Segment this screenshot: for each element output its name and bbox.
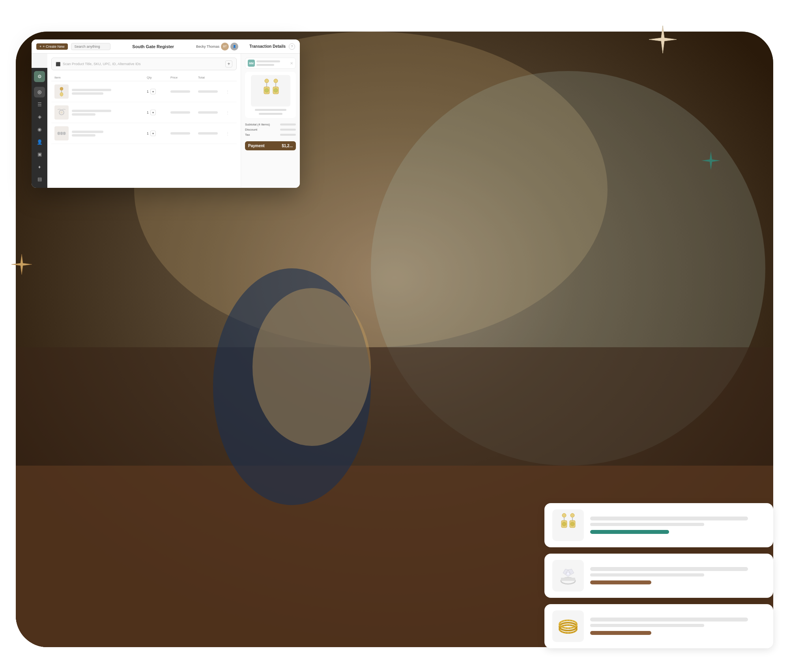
qty-down-1[interactable]: ▾ (150, 89, 156, 94)
svg-rect-15 (64, 132, 65, 135)
gold-sparkle-decoration (10, 253, 34, 276)
user-info: Becky Thomas BT 👤 (196, 43, 238, 51)
item-thumb-1 (54, 84, 69, 99)
svg-point-24 (562, 513, 566, 517)
subtotal-row: Subtotal (4 Items) (245, 123, 296, 126)
svg-point-16 (265, 79, 269, 83)
svg-point-19 (265, 88, 269, 92)
item-cell-2 (54, 105, 147, 120)
product-card-info-ring (590, 567, 765, 584)
svg-point-7 (60, 87, 63, 90)
row-menu-3[interactable]: ⋮ (226, 131, 234, 136)
svg-point-11 (60, 111, 63, 114)
sidebar-icon-tags[interactable]: ♦ (34, 161, 45, 172)
product-card-info-bangle (590, 618, 765, 635)
table-row: 1 ▾ ⋮ (51, 123, 237, 144)
item-cell-1 (54, 84, 147, 99)
svg-point-28 (570, 513, 574, 517)
total-cell-1 (198, 90, 226, 93)
svg-rect-21 (275, 83, 276, 87)
qty-cell-2: 1 ▾ (147, 110, 170, 115)
qty-down-3[interactable]: ▾ (150, 131, 156, 136)
sidebar-icon-more[interactable]: ▤ (34, 174, 45, 185)
discount-row: Discount (245, 128, 296, 131)
svg-rect-25 (564, 517, 565, 520)
product-preview (245, 72, 296, 118)
qty-cell-1: 1 ▾ (147, 89, 170, 94)
table-header: Item Qty Price Total (51, 74, 237, 81)
svg-point-27 (562, 522, 566, 526)
pos-window: + + Create New South Gate Register Becky… (32, 39, 300, 188)
create-new-label: + Create New (43, 45, 64, 49)
create-new-button[interactable]: + + Create New (36, 43, 68, 50)
pos-header: + + Create New South Gate Register Becky… (32, 39, 300, 54)
transaction-title: Transaction Details (249, 44, 286, 49)
svg-point-20 (274, 79, 278, 83)
customer-chip: MM ✕ (245, 58, 296, 69)
qty-cell-3: 1 ▾ (147, 131, 170, 136)
sidebar-icon-customers[interactable]: 👤 (34, 137, 45, 148)
register-name: South Gate Register (114, 44, 193, 49)
price-cell-1 (170, 90, 198, 93)
sidebar-icon-menu[interactable]: ☰ (34, 99, 45, 110)
svg-rect-14 (61, 132, 62, 135)
item-lines-3 (72, 131, 103, 137)
item-lines-2 (72, 110, 111, 116)
sidebar-icon-inventory[interactable]: ◈ (34, 112, 45, 123)
user-avatar-2: 👤 (230, 43, 238, 51)
scan-add-button[interactable]: + (225, 60, 232, 67)
item-lines-1 (72, 89, 111, 95)
search-input[interactable] (71, 43, 110, 50)
customer-name-area (256, 60, 288, 66)
summary-section: Subtotal (4 Items) Discount Tax (245, 123, 296, 137)
svg-point-6 (252, 288, 371, 446)
item-thumb-3 (54, 126, 69, 140)
item-thumb-2 (54, 105, 69, 120)
scan-bar[interactable]: ⬛ Scan Product Title, SKU, UPC, ID, Alte… (51, 58, 237, 70)
qty-down-2[interactable]: ▾ (150, 110, 156, 115)
scan-placeholder: Scan Product Title, SKU, UPC, ID, Altern… (63, 62, 223, 66)
table-row: 1 ▾ ⋮ (51, 102, 237, 123)
beige-sparkle-decoration (647, 24, 679, 55)
row-menu-2[interactable]: ⋮ (226, 110, 234, 115)
product-image-bangle (552, 610, 584, 642)
sidebar: ⚙ ◎ ☰ ◈ ◉ 👤 ▣ ♦ ▤ (32, 68, 47, 188)
total-cell-2 (198, 111, 226, 114)
price-cell-2 (170, 111, 198, 114)
svg-rect-13 (58, 132, 60, 135)
sidebar-icon-orders[interactable]: ▣ (34, 149, 45, 160)
sidebar-icon-settings[interactable]: ⚙ (34, 71, 45, 82)
user-name: Becky Thomas (196, 45, 219, 49)
payment-button[interactable]: Payment $1,2... (245, 141, 296, 150)
items-panel: ⬛ Scan Product Title, SKU, UPC, ID, Alte… (47, 54, 241, 188)
product-card-bangle[interactable] (544, 604, 773, 648)
items-table: Item Qty Price Total (51, 74, 237, 144)
product-image-earrings (552, 509, 584, 541)
product-card-ring[interactable] (544, 554, 773, 598)
item-cell-3 (54, 126, 147, 140)
svg-point-23 (274, 88, 278, 92)
tax-row: Tax (245, 133, 296, 137)
product-desc (248, 109, 293, 115)
price-cell-3 (170, 132, 198, 135)
svg-rect-33 (561, 578, 575, 581)
plus-icon: + (39, 45, 41, 49)
svg-point-9 (60, 92, 63, 96)
user-avatar: BT (221, 43, 229, 51)
teal-sparkle-decoration (700, 150, 722, 172)
product-card-earrings[interactable] (544, 503, 773, 547)
transaction-panel: MM ✕ (241, 54, 300, 188)
table-row: 1 ▾ ⋮ (51, 81, 237, 102)
help-button[interactable]: ? (289, 43, 295, 50)
sidebar-icon-pos[interactable]: ◎ (34, 87, 45, 98)
row-menu-1[interactable]: ⋮ (226, 90, 234, 94)
product-cards-container (544, 503, 773, 648)
total-cell-3 (198, 132, 226, 135)
svg-rect-17 (266, 83, 267, 87)
svg-point-37 (567, 572, 570, 575)
product-image (251, 75, 290, 107)
sidebar-icon-reports[interactable]: ◉ (34, 124, 45, 135)
svg-rect-29 (572, 517, 573, 520)
close-customer-button[interactable]: ✕ (290, 61, 293, 66)
product-card-info-earrings (590, 517, 765, 534)
